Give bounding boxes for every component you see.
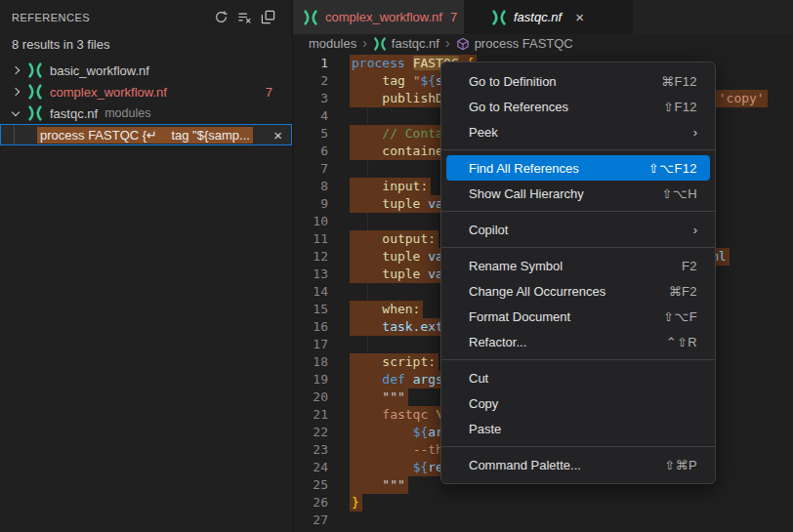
menu-item-refactor[interactable]: Refactor...⌃⇧R [446,329,710,354]
menu-item-label: Go to Definition [469,74,661,89]
symbol-cube-icon [456,37,470,51]
menu-item-label: Paste [469,422,697,436]
menu-item-cut[interactable]: Cut [446,365,710,390]
code-token [352,91,382,105]
file-label: complex_workflow.nf [50,85,167,100]
line-number: 24 [293,459,328,476]
close-tab-icon[interactable]: × [575,9,584,25]
line-number: 21 [293,406,328,424]
menu-item-label: Show Call Hierarchy [469,186,662,201]
editor-context-menu: Go to Definition⌘F12Go to References⇧F12… [440,61,716,484]
menu-item-keybinding: ⌃⇧R [666,335,697,349]
code-token: script: [382,354,436,369]
references-sidebar: REFERENCES [0,0,293,532]
tab-label: complex_workflow.nf [325,10,442,24]
line-number: 3 [293,90,328,107]
tab-complex-workflow[interactable]: complex_workflow.nf 7 [293,0,464,34]
results-tree-files: basic_workflow.nfcomplex_workflow.nf7fas… [0,60,292,124]
line-number: 26 [293,494,328,512]
code-token: def [382,372,404,387]
chevron-right-icon[interactable] [12,88,20,96]
line-number: 7 [293,160,328,178]
editor-tabs: complex_workflow.nf 7 fastqc.nf × [293,0,793,34]
file-description: modules [104,106,150,120]
code-token [405,73,413,88]
code-token: tag [382,73,404,88]
result-item-process-fastqc[interactable]: process FASTQC {↵ tag "${samp... × [0,124,292,145]
reference-range-highlight: """ [350,476,408,494]
line-number: 27 [293,512,328,529]
code-token [352,266,382,281]
code-token: tuple [382,266,420,281]
menu-item-rename-symbol[interactable]: Rename SymbolF2 [446,253,710,278]
code-token: output: [382,231,436,246]
code-token: 'copy' [719,91,765,105]
clear-all-icon[interactable] [235,9,253,26]
menu-separator [441,247,715,248]
menu-item-go-to-definition[interactable]: Go to Definition⌘F12 [446,68,710,94]
menu-item-show-call-hierarchy[interactable]: Show Call Hierarchy⇧⌥H [446,181,710,206]
tree-indent-guide [14,125,15,144]
code-token: } [352,495,359,510]
line-content: output: [352,230,438,248]
references-header: REFERENCES [0,0,292,34]
reference-range-highlight: fastqc \ [350,406,446,424]
code-token [352,143,382,158]
line-content: input: [352,178,431,195]
tab-fastqc[interactable]: fastqc.nf × [464,0,633,34]
line-number: 4 [293,107,328,125]
submenu-chevron-icon: › [693,125,697,140]
line-number: 6 [293,143,328,160]
menu-item-find-all-references[interactable]: Find All References⇧⌥F12 [446,155,710,181]
breadcrumb-item-modules[interactable]: modules [309,36,356,51]
menu-item-command-palette[interactable]: Command Palette...⇧⌘P [446,452,710,477]
results-summary: 8 results in 3 files [12,37,109,52]
menu-item-copilot[interactable]: Copilot› [446,217,710,242]
code-token [352,389,382,404]
menu-item-change-all-occurrences[interactable]: Change All Occurrences⌘F2 [446,278,710,304]
menu-item-format-document[interactable]: Format Document⇧⌥F [446,304,710,329]
code-token: args [413,372,443,387]
reference-range-highlight: script: [350,353,438,371]
code-token: ${ [413,460,429,474]
menu-item-go-to-references[interactable]: Go to References⇧F12 [446,94,710,119]
line-number: 9 [293,195,328,213]
code-token [352,460,413,474]
line-number: 19 [293,371,328,389]
menu-separator [441,359,715,360]
breadcrumb-item-fastqc[interactable]: fastqc.nf [373,36,439,51]
tab-label: fastqc.nf [514,10,562,24]
menu-item-label: Format Document [469,309,663,324]
nextflow-file-icon [27,105,43,121]
line-number: 14 [293,283,328,301]
code-token: tuple [382,249,420,264]
collapse-all-icon[interactable] [259,9,276,26]
menu-item-copy[interactable]: Copy [446,390,710,416]
code-token [352,407,382,422]
tree-file-basic-workflow-nf[interactable]: basic_workflow.nf [0,60,292,81]
line-number: 13 [293,266,328,283]
line-number: 22 [293,424,328,441]
line-number: 17 [293,336,328,353]
menu-item-paste[interactable]: Paste [446,416,710,441]
chevron-down-icon[interactable] [12,107,20,115]
dismiss-result-icon[interactable]: × [273,126,282,144]
refresh-icon[interactable] [212,9,230,26]
line-number: 1 [293,55,328,72]
reference-range-highlight: """ [350,389,408,406]
breadcrumb-item-process-fastqc[interactable]: process FASTQC [456,36,573,51]
menu-item-label: Refactor... [469,335,666,349]
chevron-right-icon[interactable] [12,66,20,74]
menu-item-peek[interactable]: Peek› [446,119,710,144]
line-content: when: [352,301,423,318]
problems-count-badge: 7 [266,85,272,100]
code-line-26: 26} [293,494,793,512]
code-token: """ [382,389,404,404]
tree-file-complex-workflow-nf[interactable]: complex_workflow.nf7 [0,81,292,102]
menu-item-label: Copy [469,396,697,411]
file-label: basic_workflow.nf [50,63,149,78]
tree-file-fastqc-nf[interactable]: fastqc.nfmodules [0,102,292,124]
line-content: """ [352,476,408,494]
code-token: ${ [420,73,436,88]
line-number: 2 [293,72,328,90]
